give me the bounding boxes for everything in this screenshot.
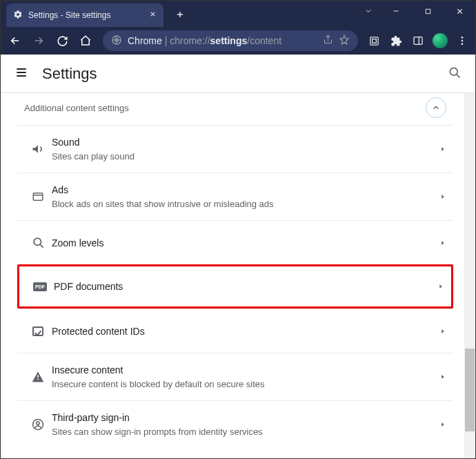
maximize-button[interactable]	[412, 1, 444, 21]
zoom-icon	[24, 236, 52, 249]
chrome-menu-icon[interactable]	[453, 32, 471, 50]
svg-rect-0	[426, 9, 430, 13]
forward-button[interactable]	[28, 30, 49, 51]
row-title: Zoom levels	[52, 236, 439, 250]
chevron-right-icon	[439, 143, 446, 155]
svg-point-8	[462, 43, 464, 45]
row-title: Ads	[52, 183, 439, 197]
row-title: Sound	[52, 135, 439, 149]
row-title: Protected content IDs	[52, 324, 439, 338]
scrollbar-thumb[interactable]	[465, 349, 475, 431]
browser-tab[interactable]: Settings - Site settings	[6, 3, 163, 27]
chevron-right-icon	[439, 237, 446, 249]
row-ads[interactable]: Ads Block ads on sites that show intrusi…	[17, 173, 453, 220]
chevron-right-icon	[439, 325, 446, 338]
scrollbar-track[interactable]	[464, 93, 475, 458]
row-sub: Sites can show sign-in prompts from iden…	[52, 426, 439, 438]
side-panel-icon[interactable]	[409, 32, 427, 50]
close-window-button[interactable]	[444, 1, 475, 21]
reload-button[interactable]	[52, 30, 72, 51]
row-sub: Block ads on sites that show intrusive o…	[52, 198, 439, 211]
site-info-icon[interactable]	[111, 35, 122, 48]
row-sub: Sites can play sound	[52, 150, 439, 163]
svg-point-9	[450, 68, 457, 75]
svg-point-13	[37, 422, 39, 424]
row-pdf-documents[interactable]: PDF PDF documents	[17, 264, 453, 309]
home-button[interactable]	[75, 30, 96, 51]
profile-avatar[interactable]	[431, 32, 449, 50]
row-third-party-signin[interactable]: Third-party sign-in Sites can show sign-…	[17, 400, 453, 448]
chevron-right-icon	[439, 371, 446, 383]
chevron-right-icon	[437, 280, 444, 293]
search-button[interactable]	[448, 66, 462, 82]
menu-icon[interactable]	[14, 66, 28, 82]
svg-point-7	[462, 40, 464, 42]
section-label: Additional content settings	[24, 103, 426, 113]
row-protected-content[interactable]: Protected content IDs	[17, 309, 453, 353]
back-button[interactable]	[5, 30, 26, 51]
warning-icon	[24, 370, 52, 384]
row-insecure-content[interactable]: Insecure content Insecure content is blo…	[17, 353, 453, 400]
gear-icon	[13, 10, 23, 21]
protected-content-icon	[24, 326, 52, 336]
row-sound[interactable]: Sound Sites can play sound	[17, 125, 453, 173]
extension-icon-1[interactable]	[365, 32, 383, 50]
row-zoom[interactable]: Zoom levels	[17, 220, 453, 264]
svg-rect-10	[33, 193, 43, 201]
svg-point-11	[34, 238, 41, 245]
collapse-button[interactable]	[426, 97, 446, 118]
chevron-right-icon	[439, 418, 446, 431]
address-bar[interactable]: Chrome | chrome://settings/content	[103, 30, 358, 51]
svg-rect-4	[372, 39, 376, 43]
minimize-button[interactable]	[380, 1, 412, 21]
svg-point-6	[462, 37, 464, 39]
person-icon	[24, 418, 52, 431]
share-icon[interactable]	[323, 35, 333, 47]
svg-rect-3	[370, 37, 377, 44]
row-title: Third-party sign-in	[52, 411, 439, 424]
chevron-right-icon	[439, 191, 446, 203]
close-tab-icon[interactable]	[149, 10, 157, 20]
row-title: Insecure content	[52, 363, 439, 377]
ads-icon	[24, 191, 52, 203]
window-dropdown-icon[interactable]	[357, 1, 380, 21]
tab-title: Settings - Site settings	[28, 10, 149, 20]
row-title: PDF documents	[54, 280, 437, 293]
bookmark-icon[interactable]	[339, 35, 350, 48]
svg-rect-5	[414, 37, 422, 45]
pdf-icon: PDF	[26, 282, 54, 291]
sound-icon	[24, 142, 52, 156]
page-title: Settings	[42, 65, 448, 83]
row-sub: Insecure content is blocked by default o…	[52, 378, 439, 391]
url-text: Chrome | chrome://settings/content	[128, 35, 317, 46]
new-tab-button[interactable]	[170, 5, 190, 24]
extensions-icon[interactable]	[387, 32, 405, 50]
